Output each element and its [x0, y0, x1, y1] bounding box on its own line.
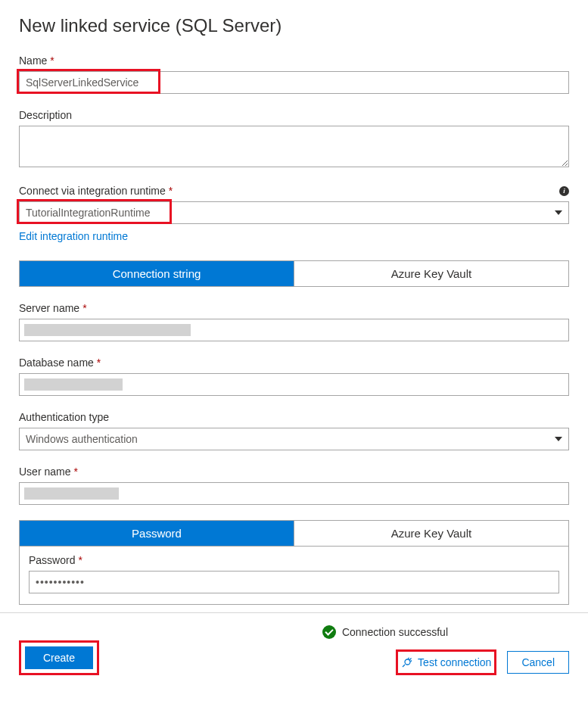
description-textarea[interactable]	[19, 126, 569, 167]
password-label: Password*	[29, 554, 559, 566]
name-input[interactable]	[19, 71, 569, 94]
integration-runtime-dropdown[interactable]: TutorialIntegrationRuntime	[19, 201, 569, 224]
tab-connection-string[interactable]: Connection string	[20, 261, 294, 286]
status-text: Connection successful	[342, 626, 448, 638]
password-input[interactable]	[29, 571, 559, 593]
info-icon[interactable]: i	[559, 186, 569, 196]
redacted-placeholder	[24, 487, 119, 500]
check-icon	[322, 625, 336, 639]
highlight-box: Test connection	[396, 649, 496, 675]
chevron-down-icon	[555, 437, 562, 441]
chevron-down-icon	[555, 210, 562, 215]
name-label: Name*	[19, 55, 569, 67]
integration-runtime-label: Connect via integration runtime*	[19, 185, 173, 197]
create-button[interactable]: Create	[25, 646, 93, 669]
required-asterisk: *	[169, 185, 173, 197]
edit-integration-runtime-link[interactable]: Edit integration runtime	[19, 230, 128, 242]
plug-icon	[401, 656, 413, 668]
tab-azure-key-vault-password[interactable]: Azure Key Vault	[294, 521, 568, 547]
database-name-label: Database name*	[19, 357, 569, 369]
user-name-input[interactable]	[19, 482, 569, 505]
page-title: New linked service (SQL Server)	[19, 15, 569, 36]
tab-password[interactable]: Password	[20, 521, 294, 547]
required-asterisk: *	[97, 357, 101, 369]
description-label: Description	[19, 109, 569, 121]
cancel-button[interactable]: Cancel	[507, 651, 569, 674]
server-name-label: Server name*	[19, 302, 569, 314]
server-name-input[interactable]	[19, 319, 569, 341]
redacted-placeholder	[24, 324, 191, 336]
highlight-box: Create	[19, 640, 99, 675]
required-asterisk: *	[78, 554, 82, 566]
database-name-input[interactable]	[19, 373, 569, 396]
required-asterisk: *	[50, 55, 54, 67]
required-asterisk: *	[82, 302, 86, 314]
redacted-placeholder	[24, 378, 123, 391]
auth-type-dropdown[interactable]: Windows authentication	[19, 428, 569, 450]
auth-type-label: Authentication type	[19, 411, 569, 423]
user-name-label: User name*	[19, 466, 569, 478]
svg-point-0	[405, 659, 410, 665]
test-connection-button[interactable]: Test connection	[398, 652, 494, 673]
required-asterisk: *	[73, 466, 77, 478]
tab-azure-key-vault[interactable]: Azure Key Vault	[294, 261, 568, 286]
